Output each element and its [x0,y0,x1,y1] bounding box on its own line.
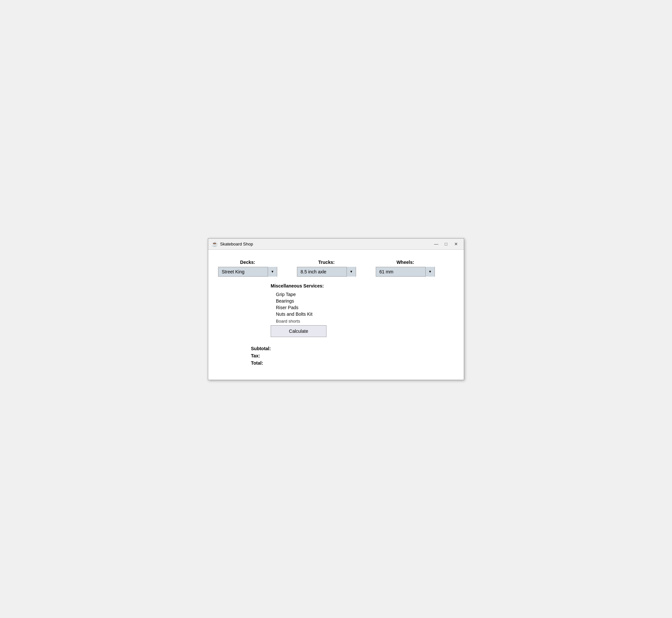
decks-arrow-button[interactable]: ▼ [268,267,277,277]
title-bar-buttons: — □ ✕ [432,240,460,247]
wheels-label: Wheels: [397,260,414,265]
misc-section: Miscellaneous Services: Grip Tape Bearin… [271,283,454,324]
calculate-button-wrapper: Calculate [271,325,454,337]
decks-group: Decks: Street King ▼ [218,260,277,277]
misc-overflow: Board shorts [276,319,454,324]
minimize-button[interactable]: — [432,240,441,247]
dropdowns-row: Decks: Street King ▼ Trucks: 8.5 inch ax… [218,260,454,277]
totals-section: Subtotal: Tax: Total: [251,345,454,367]
wheels-dropdown[interactable]: 61 mm ▼ [376,267,435,277]
wheels-value: 61 mm [376,268,425,276]
title-bar: ☕ Skateboard Shop — □ ✕ [208,238,464,250]
decks-value: Street King [219,268,268,276]
trucks-arrow-button[interactable]: ▼ [346,267,356,277]
main-window: ☕ Skateboard Shop — □ ✕ Decks: Street Ki… [208,238,464,380]
list-item: Bearings [276,298,454,304]
list-item: Nuts and Bolts Kit [276,311,454,317]
window-title: Skateboard Shop [220,241,253,246]
subtotal-row: Subtotal: [251,345,454,352]
app-icon: ☕ [212,240,218,247]
total-row: Total: [251,359,454,367]
close-button[interactable]: ✕ [451,240,460,247]
decks-label: Decks: [240,260,255,265]
calculate-button[interactable]: Calculate [271,325,327,337]
misc-label: Miscellaneous Services: [271,283,454,289]
list-item: Riser Pads [276,304,454,311]
trucks-dropdown[interactable]: 8.5 inch axle ▼ [297,267,356,277]
title-bar-left: ☕ Skateboard Shop [212,240,253,247]
trucks-value: 8.5 inch axle [297,268,346,276]
tax-row: Tax: [251,352,454,359]
content-area: Decks: Street King ▼ Trucks: 8.5 inch ax… [208,250,464,380]
maximize-button[interactable]: □ [441,240,451,247]
misc-list: Grip Tape Bearings Riser Pads Nuts and B… [276,291,454,317]
decks-dropdown[interactable]: Street King ▼ [218,267,277,277]
trucks-group: Trucks: 8.5 inch axle ▼ [297,260,356,277]
wheels-arrow-button[interactable]: ▼ [425,267,434,277]
trucks-label: Trucks: [318,260,335,265]
list-item: Grip Tape [276,291,454,298]
wheels-group: Wheels: 61 mm ▼ [376,260,435,277]
